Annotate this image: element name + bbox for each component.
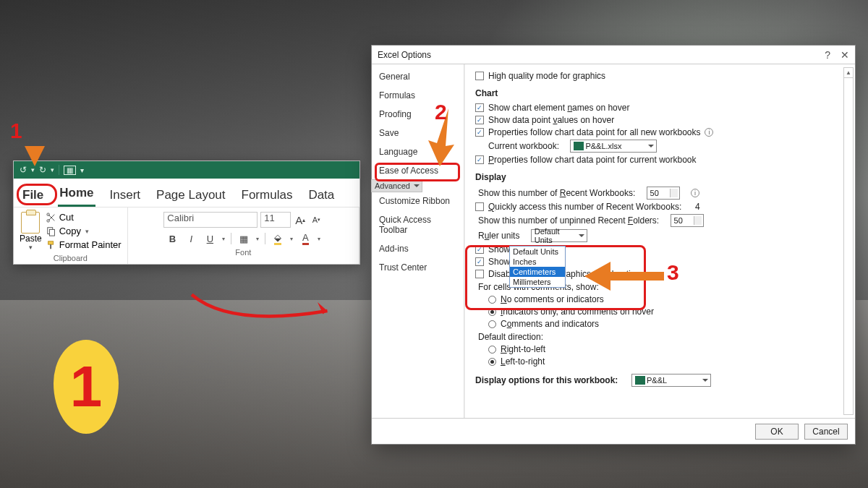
options-content: ▲ High quality mode for graphics Chart S… xyxy=(464,64,855,418)
label-ltr: Left-to-right xyxy=(501,356,545,367)
font-color-button[interactable]: A xyxy=(299,232,312,245)
label-default-direction: Default direction: xyxy=(478,332,848,342)
label-quick-access: Quickly access this number of Recent Wor… xyxy=(488,202,681,212)
paste-button[interactable]: Paste ▾ xyxy=(20,212,42,251)
font-color-dropdown-icon[interactable]: ▾ xyxy=(318,236,320,242)
qat-customize-icon[interactable]: ▾ xyxy=(80,166,84,174)
scrollbar[interactable]: ▲ xyxy=(843,67,854,415)
dialog-titlebar: Excel Options ? ✕ xyxy=(372,46,855,64)
close-button[interactable]: ✕ xyxy=(841,49,849,61)
value-quick-access: 4 xyxy=(695,202,700,212)
redo-icon[interactable]: ↻ xyxy=(39,165,46,175)
cancel-button[interactable]: Cancel xyxy=(804,424,848,440)
spinner-recent-folders[interactable]: 50 xyxy=(671,214,704,227)
sidebar-item-add-ins[interactable]: Add-ins xyxy=(372,239,464,258)
label-recent-workbooks: Show this number of Recent Workbooks: xyxy=(478,188,635,198)
tab-insert[interactable]: Insert xyxy=(109,185,142,207)
decrease-font-icon[interactable]: A▾ xyxy=(310,213,323,226)
label-chart-names: Show chart element names on hover xyxy=(488,103,629,113)
select-workbook-display[interactable]: P&&L xyxy=(631,374,711,387)
copy-button[interactable]: Copy▾ xyxy=(46,226,122,236)
checkbox-chart-values[interactable] xyxy=(475,116,484,124)
sidebar-item-general[interactable]: General xyxy=(372,67,464,86)
sidebar-item-ease-of-access[interactable]: Ease of Access xyxy=(372,161,464,180)
checkbox-show-screentips[interactable] xyxy=(475,257,484,266)
radio-rtl[interactable] xyxy=(488,346,496,354)
underline-button[interactable]: U xyxy=(203,232,216,245)
label-no-comments: No comments or indicators xyxy=(501,294,604,304)
sidebar-item-proofing[interactable]: Proofing xyxy=(372,105,464,124)
underline-dropdown-icon[interactable]: ▾ xyxy=(222,236,225,242)
ruler-option-centimeters[interactable]: Centimeters xyxy=(510,267,565,277)
calculator-icon[interactable]: ▦ xyxy=(64,166,76,175)
spinner-recent-workbooks[interactable]: 50 xyxy=(647,187,680,200)
ruler-option-default[interactable]: Default Units xyxy=(510,247,565,257)
help-button[interactable]: ? xyxy=(825,49,830,61)
paste-icon xyxy=(21,212,40,234)
checkbox-quick-access[interactable] xyxy=(475,202,484,211)
borders-button[interactable]: ▦ xyxy=(237,232,250,245)
section-display: Display xyxy=(475,172,848,182)
info-icon[interactable]: i xyxy=(691,189,699,197)
fill-color-button[interactable]: ⬙ xyxy=(271,232,284,245)
brush-icon xyxy=(46,240,56,250)
radio-comments-indicators[interactable] xyxy=(488,320,496,328)
ok-button[interactable]: OK xyxy=(755,424,799,440)
annotation-number-1: 1 xyxy=(10,119,22,143)
label-indicators-only: Indicators only, and comments on hover xyxy=(501,307,654,317)
undo-icon[interactable]: ↺ xyxy=(20,165,27,175)
select-current-workbook[interactable]: P&&L.xlsx xyxy=(570,140,657,153)
font-group-label: Font xyxy=(235,248,251,257)
checkbox-chart-props-current[interactable] xyxy=(475,155,484,164)
quick-access-toolbar: ↺ ▾ ↻ ▾ ▦ ▾ xyxy=(14,161,359,179)
checkbox-show-formula-bar[interactable] xyxy=(475,245,484,254)
radio-indicators-only[interactable] xyxy=(488,308,496,316)
checkbox-chart-props-all[interactable] xyxy=(475,128,484,137)
sidebar-item-language[interactable]: Language xyxy=(372,142,464,161)
tab-data[interactable]: Data xyxy=(307,185,336,207)
ruler-option-inches[interactable]: Inches xyxy=(510,257,565,267)
redo-dropdown-icon[interactable]: ▾ xyxy=(51,166,54,174)
tab-page-layout[interactable]: Page Layout xyxy=(155,185,226,207)
sidebar-item-trust-center[interactable]: Trust Center xyxy=(372,258,464,277)
info-icon[interactable]: i xyxy=(705,128,713,137)
fill-dropdown-icon[interactable]: ▾ xyxy=(290,236,293,242)
tab-home[interactable]: Home xyxy=(58,183,95,207)
sidebar-item-advanced[interactable]: Advanced xyxy=(371,179,422,192)
sidebar-item-customize-ribbon[interactable]: Customize Ribbon xyxy=(372,192,464,210)
bold-button[interactable]: B xyxy=(166,232,179,245)
tab-file[interactable]: File xyxy=(21,185,45,207)
tab-formulas[interactable]: Formulas xyxy=(240,185,294,207)
format-painter-button[interactable]: Format Painter xyxy=(46,239,122,250)
sidebar-item-formulas[interactable]: Formulas xyxy=(372,86,464,105)
radio-ltr[interactable] xyxy=(488,358,496,366)
select-ruler-units[interactable]: Default Units xyxy=(531,229,587,242)
italic-button[interactable]: I xyxy=(184,232,197,245)
svg-rect-5 xyxy=(50,244,51,249)
radio-no-comments[interactable] xyxy=(488,296,496,304)
paste-label: Paste xyxy=(20,234,42,244)
label-rtl: Right-to-left xyxy=(501,344,545,354)
checkbox-high-quality[interactable] xyxy=(475,72,484,80)
font-name-select[interactable]: Calibri xyxy=(163,212,258,228)
font-size-select[interactable]: 11 xyxy=(260,212,291,228)
font-group: Calibri 11 A▴ A▾ B I U▾ ▦▾ ⬙▾ A▾ Font xyxy=(128,207,359,264)
section-chart: Chart xyxy=(475,88,848,98)
checkbox-disable-hw[interactable] xyxy=(475,270,484,278)
scroll-up-icon[interactable]: ▲ xyxy=(844,68,853,78)
scissors-icon xyxy=(46,213,56,223)
label-comments-indicators: Comments and indicators xyxy=(501,319,599,329)
dialog-title: Excel Options xyxy=(378,50,431,60)
undo-dropdown-icon[interactable]: ▾ xyxy=(31,166,35,174)
paste-dropdown-icon[interactable]: ▾ xyxy=(29,244,33,251)
checkbox-chart-names[interactable] xyxy=(475,103,484,112)
cut-button[interactable]: Cut xyxy=(46,212,122,223)
sidebar-item-save[interactable]: Save xyxy=(372,124,464,142)
borders-dropdown-icon[interactable]: ▾ xyxy=(256,236,259,242)
annotation-number-3: 3 xyxy=(667,260,679,285)
increase-font-icon[interactable]: A▴ xyxy=(294,213,307,226)
sidebar-item-quick-access-toolbar[interactable]: Quick Access Toolbar xyxy=(372,210,464,239)
label-chart-values: Show data point values on hover xyxy=(488,115,614,125)
ruler-units-dropdown: Default Units Inches Centimeters Millime… xyxy=(509,246,566,288)
ruler-option-millimeters[interactable]: Millimeters xyxy=(510,277,565,287)
